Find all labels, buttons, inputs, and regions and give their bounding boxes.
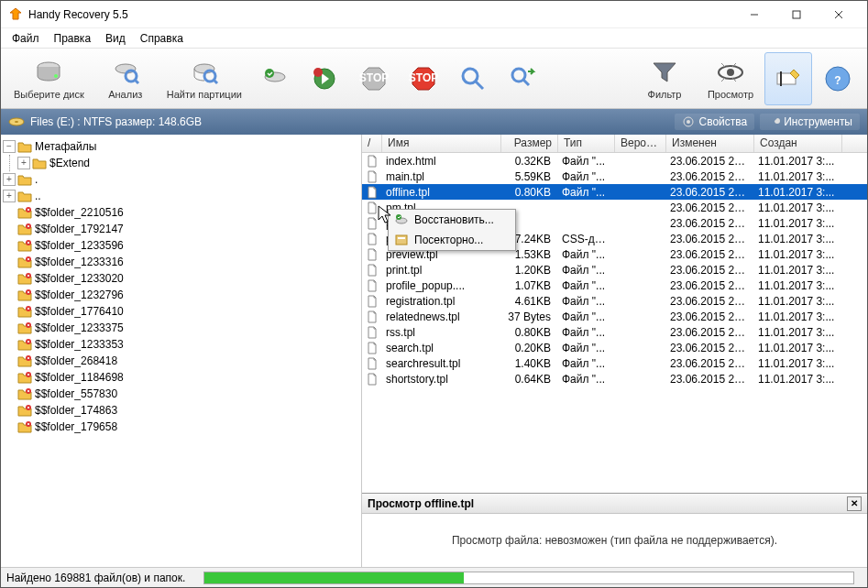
context-recover[interactable]: Восстановить... bbox=[389, 210, 515, 230]
file-type: Файл "... bbox=[556, 295, 613, 308]
tree-folder[interactable]: $$folder_1232796 bbox=[3, 287, 359, 303]
menu-edit[interactable]: Правка bbox=[47, 30, 99, 47]
tree-root[interactable]: − Метафайлы bbox=[3, 138, 359, 155]
properties-button[interactable]: Свойства bbox=[675, 114, 754, 130]
analyze-button[interactable]: Анализ bbox=[93, 52, 158, 105]
file-icon bbox=[366, 186, 379, 199]
tree-folder[interactable]: $$folder_1184698 bbox=[3, 369, 359, 386]
svg-rect-1 bbox=[793, 11, 800, 18]
tree-folder[interactable]: $$folder_268418 bbox=[3, 353, 359, 369]
tree-folder[interactable]: $$folder_1233375 bbox=[3, 320, 359, 336]
file-row[interactable]: main.tpl 5.59KB Файл "... 23.06.2015 21:… bbox=[362, 169, 867, 184]
svg-rect-51 bbox=[398, 237, 405, 239]
search-next-button[interactable] bbox=[499, 52, 546, 105]
expand-icon[interactable]: + bbox=[3, 190, 16, 202]
file-mod: 23.06.2015 21:... bbox=[665, 310, 753, 323]
file-row[interactable]: print.tpl 1.20KB Файл "... 23.06.2015 21… bbox=[362, 262, 867, 278]
tree-folder[interactable]: $$folder_1233020 bbox=[3, 270, 359, 287]
col-type[interactable]: Тип bbox=[558, 135, 615, 152]
tree-folder[interactable]: $$folder_174863 bbox=[3, 402, 359, 419]
file-icon bbox=[366, 264, 379, 277]
tree-folder[interactable]: $$folder_1776410 bbox=[3, 303, 359, 320]
status-bar: Найдено 169881 файл(ов) и папок. bbox=[1, 567, 867, 587]
svg-point-5 bbox=[54, 74, 58, 78]
file-row[interactable]: offline.tpl 0.80KB Файл "... 23.06.2015 … bbox=[362, 184, 867, 200]
tree-folder[interactable]: $$folder_179658 bbox=[3, 419, 359, 435]
menu-help[interactable]: Справка bbox=[133, 30, 191, 47]
tools-label: Инструменты bbox=[784, 115, 852, 128]
file-size: 1.40KB bbox=[500, 357, 556, 370]
menu-file[interactable]: Файл bbox=[5, 30, 47, 47]
preview-close-button[interactable]: ✕ bbox=[847, 496, 862, 511]
file-name: searchresult.tpl bbox=[380, 357, 500, 370]
col-cre[interactable]: Создан bbox=[754, 135, 842, 152]
preview-button[interactable]: Просмотр bbox=[698, 52, 763, 105]
folder-tree[interactable]: − Метафайлы + $Extend + . + bbox=[1, 135, 362, 567]
expand-icon[interactable]: + bbox=[3, 173, 16, 186]
eye-icon bbox=[716, 58, 745, 87]
tree-extend[interactable]: + $Extend bbox=[17, 155, 359, 171]
col-mod[interactable]: Изменен bbox=[666, 135, 754, 152]
recover-small-icon bbox=[394, 212, 409, 227]
col-size[interactable]: Размер bbox=[501, 135, 558, 152]
tree-folder[interactable]: $$folder_1233596 bbox=[3, 237, 359, 254]
file-row[interactable]: search.tpl 0.20KB Файл "... 23.06.2015 2… bbox=[362, 340, 867, 355]
collapse-icon[interactable]: − bbox=[3, 140, 16, 153]
file-name: registration.tpl bbox=[380, 295, 500, 308]
play-button[interactable] bbox=[301, 52, 348, 105]
file-cre: 11.01.2017 3:... bbox=[753, 264, 841, 277]
file-row[interactable]: registration.tpl 4.61KB Файл "... 23.06.… bbox=[362, 293, 867, 309]
tree-folder[interactable]: $$folder_557830 bbox=[3, 386, 359, 402]
tree-folder[interactable]: $$folder_1233353 bbox=[3, 336, 359, 353]
tools-button[interactable]: Инструменты bbox=[760, 114, 860, 130]
file-name: search.tpl bbox=[380, 342, 500, 354]
file-cre: 11.01.2017 3:... bbox=[753, 233, 841, 245]
file-row[interactable]: rss.tpl 0.80KB Файл "... 23.06.2015 21:.… bbox=[362, 324, 867, 340]
tree-folder-label: $$folder_1792147 bbox=[35, 223, 124, 235]
col-name[interactable]: Имя bbox=[382, 135, 501, 152]
tree-dot[interactable]: + . bbox=[3, 171, 359, 188]
col-slash[interactable]: / bbox=[362, 135, 382, 152]
filter-icon bbox=[650, 58, 679, 87]
recover-button[interactable] bbox=[251, 52, 299, 105]
analyze-icon bbox=[111, 58, 140, 87]
menu-view[interactable]: Вид bbox=[98, 30, 133, 47]
file-row[interactable]: profile_popup.... 1.07KB Файл "... 23.06… bbox=[362, 278, 867, 293]
tree-dotdot[interactable]: + .. bbox=[3, 188, 359, 204]
col-prob[interactable]: Вероят... bbox=[615, 135, 666, 152]
file-cre: 11.01.2017 3:... bbox=[753, 186, 841, 199]
tree-spacer bbox=[3, 239, 16, 252]
file-row[interactable]: searchresult.tpl 1.40KB Файл "... 23.06.… bbox=[362, 355, 867, 371]
minimize-button[interactable] bbox=[733, 1, 775, 28]
expand-icon[interactable]: + bbox=[17, 157, 30, 169]
rename-button[interactable] bbox=[764, 52, 812, 105]
file-row[interactable]: shortstory.tpl 0.64KB Файл "... 23.06.20… bbox=[362, 371, 867, 387]
tree-folder[interactable]: $$folder_2210516 bbox=[3, 204, 359, 221]
file-size: 0.80KB bbox=[500, 186, 556, 199]
find-partitions-button[interactable]: Найти партиции bbox=[159, 52, 249, 105]
svg-point-25 bbox=[727, 69, 734, 76]
file-list[interactable]: index.html 0.32KB Файл "... 23.06.2015 2… bbox=[362, 153, 867, 493]
file-cre: 11.01.2017 3:... bbox=[753, 310, 841, 323]
tree-folder[interactable]: $$folder_1792147 bbox=[3, 221, 359, 237]
close-button[interactable] bbox=[818, 1, 860, 28]
svg-point-20 bbox=[463, 69, 478, 83]
deleted-folder-icon bbox=[17, 305, 32, 318]
file-name: index.html bbox=[380, 155, 500, 168]
file-row[interactable]: relatednews.tpl 37 Bytes Файл "... 23.06… bbox=[362, 309, 867, 324]
filter-button[interactable]: Фильтр bbox=[632, 52, 697, 105]
folder-icon bbox=[17, 190, 32, 202]
help-button[interactable]: ? bbox=[814, 52, 862, 105]
file-type: Файл "... bbox=[556, 155, 613, 168]
stop-gray-button[interactable]: STOP bbox=[350, 52, 398, 105]
select-disk-button[interactable]: Выберите диск bbox=[6, 52, 92, 105]
file-type: Файл "... bbox=[556, 326, 613, 339]
file-row[interactable]: index.html 0.32KB Файл "... 23.06.2015 2… bbox=[362, 153, 867, 169]
context-sector[interactable]: Посекторно... bbox=[389, 230, 515, 250]
search-files-button[interactable] bbox=[449, 52, 497, 105]
preview-header: Просмотр offline.tpl ✕ bbox=[362, 494, 867, 514]
tree-folder[interactable]: $$folder_1233316 bbox=[3, 254, 359, 270]
maximize-button[interactable] bbox=[775, 1, 818, 28]
file-size: 0.32KB bbox=[500, 155, 556, 168]
stop-red-button[interactable]: STOP bbox=[400, 52, 447, 105]
